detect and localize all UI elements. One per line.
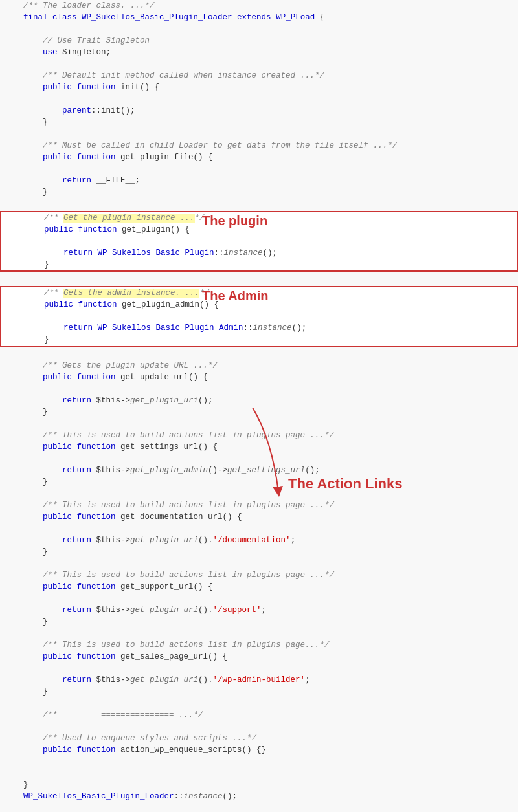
line-content-64: public function action_wp_enqueue_script…: [23, 744, 518, 756]
line-13: /** Must be called in child Loader to ge…: [0, 140, 518, 151]
line-content-31: /** Gets the plugin update URL ...*/: [23, 360, 518, 371]
line-content-34: return $this->get_plugin_uri();: [23, 395, 518, 406]
line-content-40: return $this->get_plugin_admin()->get_se…: [23, 465, 518, 476]
line-content-13: /** Must be called in child Loader to ge…: [23, 140, 518, 151]
line-content-25: /** Gets the admin instance. ...*/: [25, 287, 517, 299]
line-42: [0, 488, 518, 499]
line-content-28: return WP_Sukellos_Basic_Plugin_Admin::i…: [25, 322, 517, 334]
line-32: public function get_update_url() {: [0, 371, 518, 383]
line-content-68: WP_Sukellos_Basic_Plugin_Loader::instanc…: [23, 791, 518, 802]
line-66: [0, 767, 518, 779]
line-49: /** This is used to build actions list i…: [0, 569, 518, 581]
line-54: [0, 628, 518, 639]
line-content-8: public function init() {: [23, 82, 518, 93]
line-content-2: final class WP_Sukellos_Basic_Plugin_Loa…: [23, 12, 518, 23]
line-55: /** This is used to build actions list i…: [0, 639, 518, 651]
line-14: public function get_plugin_file() {: [0, 151, 518, 163]
line-content-55: /** This is used to build actions list i…: [23, 639, 518, 651]
line-27: [1, 311, 517, 322]
line-content-46: return $this->get_plugin_uri().'/documen…: [23, 534, 518, 546]
line-content-32: public function get_update_url() {: [23, 371, 518, 383]
line-58: return $this->get_plugin_uri().'/wp-admi…: [0, 674, 518, 686]
line-64: public function action_wp_enqueue_script…: [0, 744, 518, 756]
line-18: [0, 198, 518, 210]
line-38: public function get_settings_url() {: [0, 441, 518, 453]
line-20: public function get_plugin() {: [1, 224, 517, 236]
line-content-44: public function get_documentation_url() …: [23, 511, 518, 523]
line-15: [0, 163, 518, 175]
line-content-17: }: [23, 186, 518, 198]
line-53: }: [0, 616, 518, 628]
line-content-1: /** The loader class. ...*/: [23, 0, 518, 12]
line-68: WP_Sukellos_Basic_Plugin_Loader::instanc…: [0, 791, 518, 802]
line-48: [0, 558, 518, 569]
line-12: [0, 128, 518, 140]
line-content-47: }: [23, 546, 518, 558]
line-7: /** Default init method called when inst…: [0, 70, 518, 82]
line-2: final class WP_Sukellos_Basic_Plugin_Loa…: [0, 12, 518, 23]
line-39: [0, 453, 518, 465]
line-51: [0, 593, 518, 604]
line-61: /** =============== ...*/: [0, 709, 518, 721]
line-11: }: [0, 116, 518, 128]
line-content-16: return __FILE__;: [23, 175, 518, 186]
line-content-43: /** This is used to build actions list i…: [23, 499, 518, 511]
line-36: [0, 418, 518, 430]
line-content-35: }: [23, 406, 518, 418]
line-57: [0, 663, 518, 674]
line-21: [1, 236, 517, 247]
line-28: return WP_Sukellos_Basic_Plugin_Admin::i…: [1, 322, 517, 334]
line-25: /** Gets the admin instance. ...*/: [1, 287, 517, 299]
line-59: }: [0, 686, 518, 697]
admin-instance-box: /** Gets the admin instance. ...*/ publi…: [0, 286, 518, 347]
line-content-52: return $this->get_plugin_uri().'/support…: [23, 604, 518, 616]
line-17: }: [0, 186, 518, 198]
line-47: }: [0, 546, 518, 558]
line-content-5: use Singleton;: [23, 47, 518, 58]
line-content-7: /** Default init method called when inst…: [23, 70, 518, 82]
line-63: /** Used to enqueue styles and scripts .…: [0, 732, 518, 744]
line-40: return $this->get_plugin_admin()->get_se…: [0, 465, 518, 476]
line-41: }: [0, 476, 518, 488]
line-19: /** Get the plugin instance ...*/: [1, 212, 517, 224]
line-56: public function get_sales_page_url() {: [0, 651, 518, 663]
line-4: // Use Trait Singleton: [0, 35, 518, 47]
line-60: [0, 697, 518, 709]
line-24: [0, 273, 518, 285]
line-content-22: return WP_Sukellos_Basic_Plugin::instanc…: [25, 247, 517, 259]
line-5: use Singleton;: [0, 47, 518, 58]
line-43: /** This is used to build actions list i…: [0, 499, 518, 511]
line-content-29: }: [25, 334, 517, 346]
line-content-53: }: [23, 616, 518, 628]
code-container: /** The loader class. ...*/ final class …: [0, 0, 518, 802]
line-content-37: /** This is used to build actions list i…: [23, 430, 518, 441]
line-content-59: }: [23, 686, 518, 697]
line-content-10: parent::init();: [23, 105, 518, 116]
line-50: public function get_support_url() {: [0, 581, 518, 593]
plugin-instance-box: /** Get the plugin instance ...*/ public…: [0, 211, 518, 272]
line-9: [0, 93, 518, 105]
code-wrapper: /** The loader class. ...*/ final class …: [0, 0, 518, 802]
line-content-41: }: [23, 476, 518, 488]
line-content-50: public function get_support_url() {: [23, 581, 518, 593]
line-content-19: /** Get the plugin instance ...*/: [25, 212, 517, 224]
line-22: return WP_Sukellos_Basic_Plugin::instanc…: [1, 247, 517, 259]
line-33: [0, 383, 518, 395]
line-content-56: public function get_sales_page_url() {: [23, 651, 518, 663]
line-content-67: }: [23, 779, 518, 791]
line-6: [0, 58, 518, 70]
line-62: [0, 721, 518, 732]
line-content-58: return $this->get_plugin_uri().'/wp-admi…: [23, 674, 518, 686]
line-34: return $this->get_plugin_uri();: [0, 395, 518, 406]
line-23: }: [1, 259, 517, 270]
line-10: parent::init();: [0, 105, 518, 116]
line-65: [0, 756, 518, 767]
line-26: public function get_plugin_admin() {: [1, 299, 517, 311]
line-content-20: public function get_plugin() {: [25, 224, 517, 236]
line-8: public function init() {: [0, 82, 518, 93]
line-16: return __FILE__;: [0, 175, 518, 186]
line-content-38: public function get_settings_url() {: [23, 441, 518, 453]
line-67: }: [0, 779, 518, 791]
line-content-26: public function get_plugin_admin() {: [25, 299, 517, 311]
code-block: /** The loader class. ...*/ final class …: [0, 0, 518, 802]
